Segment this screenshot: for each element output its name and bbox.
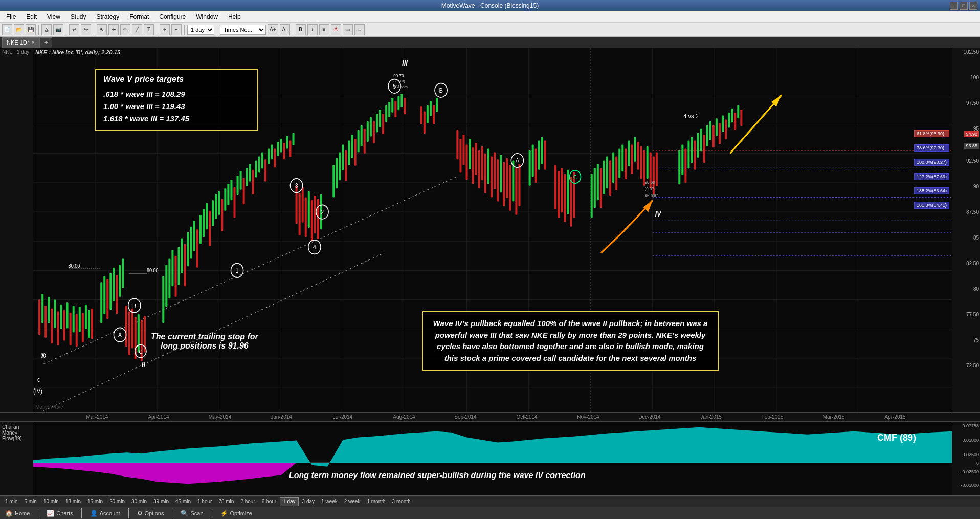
svg-text:1: 1 — [235, 267, 239, 274]
svg-text:90.69: 90.69 — [645, 180, 655, 185]
line-button[interactable]: ╱ — [132, 24, 142, 35]
crosshair-button[interactable]: ✛ — [108, 24, 119, 35]
tab-new[interactable]: + — [40, 37, 52, 48]
price-scale: 102.50 100 97.50 95 94.90 93.85 92.50 90… — [952, 48, 980, 412]
status-account-label: Account — [100, 510, 120, 516]
bold-button[interactable]: B — [296, 24, 306, 35]
menu-strategy[interactable]: Strategy — [95, 12, 122, 21]
price-85: 85 — [973, 235, 979, 241]
menu-edit[interactable]: Edit — [24, 12, 39, 21]
fill-button[interactable]: ▭ — [343, 24, 353, 35]
svg-rect-156 — [484, 154, 486, 193]
tf-3day[interactable]: 3 day — [299, 497, 318, 506]
zoom-out-button[interactable]: − — [171, 24, 182, 35]
tf-1month[interactable]: 1 month — [364, 497, 388, 506]
svg-rect-36 — [51, 309, 53, 344]
tf-3month[interactable]: 3 month — [389, 497, 414, 506]
tf-1min[interactable]: 1 min — [2, 497, 20, 506]
new-button[interactable]: 📄 — [2, 24, 12, 35]
tab-nke-close[interactable]: ✕ — [31, 40, 35, 45]
tf-30min[interactable]: 30 min — [128, 497, 150, 506]
font-size-up[interactable]: A+ — [268, 24, 278, 35]
italic-button[interactable]: I — [307, 24, 318, 35]
close-button[interactable]: ✕ — [969, 2, 977, 10]
menu-file[interactable]: File — [4, 12, 18, 21]
save-button[interactable]: 💾 — [26, 24, 36, 35]
menu-view[interactable]: View — [45, 12, 62, 21]
svg-rect-201 — [653, 156, 655, 194]
svg-rect-35 — [48, 297, 50, 323]
tf-2hour[interactable]: 2 hour — [237, 497, 258, 506]
style-button[interactable]: ≈ — [354, 24, 365, 35]
svg-rect-41 — [66, 302, 69, 328]
svg-rect-142 — [424, 111, 426, 133]
menu-format[interactable]: Format — [127, 12, 151, 21]
status-options[interactable]: ⚙ Options — [134, 509, 167, 518]
text-button[interactable]: T — [144, 24, 154, 35]
chart-main[interactable]: NKE : Nike Inc 'B', daily; 2.20.15 — [33, 48, 952, 412]
align-button[interactable]: ≡ — [319, 24, 329, 35]
maximize-button[interactable]: □ — [960, 2, 968, 10]
cmf-val-mid1: 0.05000 — [962, 438, 979, 443]
cmf-main[interactable]: CMF (89) Long term money flow remained s… — [33, 422, 952, 495]
zoom-in-button[interactable]: + — [160, 24, 170, 35]
svg-rect-203 — [678, 150, 680, 184]
status-charts[interactable]: 📈 Charts — [43, 509, 76, 518]
svg-text:B: B — [439, 86, 442, 94]
svg-rect-80 — [209, 211, 211, 246]
tf-6hour[interactable]: 6 hour — [259, 497, 279, 506]
minimize-button[interactable]: ─ — [950, 2, 958, 10]
svg-rect-198 — [643, 150, 645, 186]
timeframe-bar: 1 min 5 min 10 min 13 min 15 min 20 min … — [0, 495, 980, 507]
status-home[interactable]: 🏠 Home — [2, 509, 33, 518]
svg-text:2: 2 — [321, 208, 324, 216]
color-button[interactable]: A — [331, 24, 341, 35]
price-100: 100 — [970, 75, 979, 80]
svg-rect-181 — [591, 174, 593, 218]
timeframe-select[interactable]: 1 day — [187, 25, 214, 35]
time-feb-2015: Feb-2015 — [762, 414, 784, 420]
font-size-down[interactable]: A- — [280, 24, 290, 35]
tab-nke[interactable]: NKE 1D* ✕ — [2, 37, 40, 48]
svg-rect-186 — [606, 156, 608, 188]
svg-rect-67 — [168, 259, 170, 299]
svg-rect-178 — [567, 170, 569, 214]
status-scan[interactable]: 🔍 Scan — [177, 509, 206, 518]
select-button[interactable]: ↖ — [97, 24, 107, 35]
cmf-panel: Chaikin Money Flow(89) CMF (89) Long ter… — [0, 421, 980, 495]
redo-button[interactable]: ↪ — [81, 24, 91, 35]
tf-2week[interactable]: 2 week — [341, 497, 364, 506]
tf-20min[interactable]: 20 min — [106, 497, 128, 506]
font-select[interactable]: Times Ne... — [220, 25, 266, 35]
svg-rect-93 — [249, 164, 251, 181]
tf-15min[interactable]: 15 min — [84, 497, 106, 506]
fib-161: 161.8%(84.41) — [914, 202, 949, 209]
status-sep2 — [81, 508, 82, 518]
screenshot-button[interactable]: 📷 — [53, 24, 63, 35]
status-sep3 — [128, 508, 129, 518]
tf-5min[interactable]: 5 min — [21, 497, 39, 506]
tf-1hour[interactable]: 1 hour — [194, 497, 215, 506]
open-button[interactable]: 📂 — [14, 24, 24, 35]
tf-45min[interactable]: 45 min — [172, 497, 194, 506]
tf-1day[interactable]: 1 day — [280, 497, 298, 506]
svg-point-245 — [128, 298, 141, 312]
draw-button[interactable]: ✏ — [120, 24, 130, 35]
svg-rect-166 — [515, 168, 517, 214]
tf-13min[interactable]: 13 min — [62, 497, 84, 506]
menu-help[interactable]: Help — [226, 12, 243, 21]
tf-10min[interactable]: 10 min — [40, 497, 62, 506]
svg-rect-101 — [274, 149, 276, 168]
svg-rect-130 — [373, 121, 375, 143]
tf-39min[interactable]: 39 min — [150, 497, 172, 506]
undo-button[interactable]: ↩ — [69, 24, 79, 35]
status-account[interactable]: 👤 Account — [87, 509, 123, 518]
print-button[interactable]: 🖨 — [41, 24, 52, 35]
tf-1week[interactable]: 1 week — [318, 497, 341, 506]
menu-window[interactable]: Window — [194, 12, 220, 21]
menu-configure[interactable]: Configure — [157, 12, 188, 21]
status-optimize[interactable]: ⚡ Optimize — [217, 509, 255, 518]
chart-container[interactable]: NKE · 1 day NKE : Nike Inc 'B', daily; 2… — [0, 48, 980, 412]
tf-78min[interactable]: 78 min — [215, 497, 237, 506]
menu-study[interactable]: Study — [69, 12, 88, 21]
